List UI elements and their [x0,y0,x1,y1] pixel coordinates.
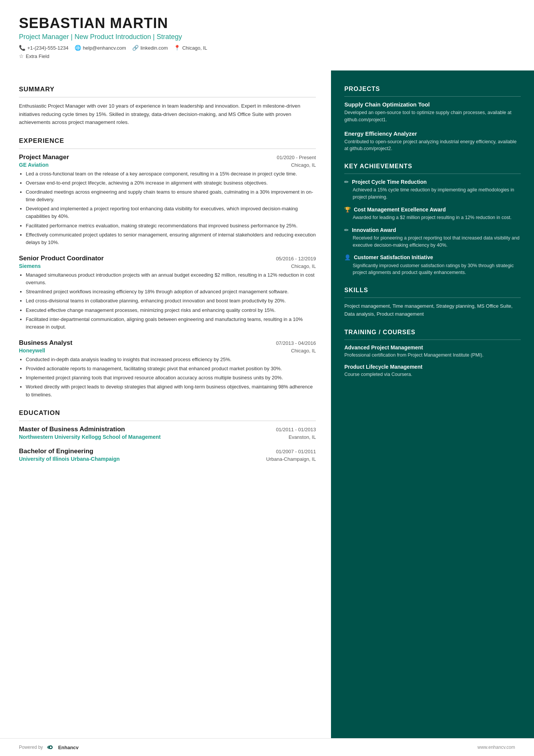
bullet: Oversaw end-to-end project lifecycle, ac… [26,179,316,187]
location-text: Chicago, IL [182,45,207,51]
bullet: Implemented project planning tools that … [26,374,316,382]
footer-website: www.enhancv.com [478,745,515,750]
bullet: Led a cross-functional team on the relea… [26,170,316,178]
edu-school-row-1: Northwestern University Kellogg School o… [19,434,316,440]
education-divider [19,421,316,421]
summary-text: Enthusiastic Project Manager with over 1… [19,102,316,127]
experience-entry-1: Project Manager 01/2020 - Present GE Avi… [19,153,316,246]
summary-divider [19,97,316,97]
skills-text: Project management, Time management, Str… [344,302,521,318]
achievement-title-3: Innovation Award [352,227,396,233]
bullet: Led cross-divisional teams in collaborat… [26,297,316,305]
experience-heading: EXPERIENCE [19,137,316,145]
achievement-title-4: Customer Satisfaction Initiative [354,254,433,261]
training-entry-2: Product Lifecycle Management Course comp… [344,364,521,378]
experience-entry-3: Business Analyst 07/2013 - 04/2016 Honey… [19,339,316,399]
email-item: 🌐 help@enhancv.com [75,45,126,51]
exp-title-row-1: Project Manager 01/2020 - Present [19,153,316,161]
exp-company-1: GE Aviation [19,162,48,168]
achievement-title-2: Cost Management Excellence Award [354,206,446,213]
bullet: Coordinated meetings across engineering … [26,188,316,203]
exp-date-1: 01/2020 - Present [277,155,316,160]
bullet: Facilitated inter-departmental communica… [26,316,316,331]
achievement-title-row-2: 🏆 Cost Management Excellence Award [344,206,521,213]
education-entry-1: Master of Business Administration 01/201… [19,426,316,440]
exp-bullets-1: Led a cross-functional team on the relea… [19,170,316,246]
summary-section: SUMMARY Enthusiastic Project Manager wit… [19,86,316,127]
achievement-icon-1: ✏ [344,179,349,185]
email-icon: 🌐 [75,45,81,51]
header: SEBASTIAN MARTIN Project Manager | New P… [0,0,534,70]
main-layout: SUMMARY Enthusiastic Project Manager wit… [0,70,534,738]
edu-degree-2: Bachelor of Engineering [19,448,93,455]
skills-section: SKILLS Project management, Time manageme… [344,287,521,318]
achievement-title-1: Project Cycle Time Reduction [352,178,426,185]
achievement-title-row-3: ✏ Innovation Award [344,227,521,233]
enhancv-brand-name: Enhancv [58,745,78,750]
achievement-desc-1: Achieved a 15% cycle time reduction by i… [344,186,521,201]
exp-company-row-1: GE Aviation Chicago, IL [19,162,316,168]
enhancv-icon [45,744,56,751]
training-title-2: Product Lifecycle Management [344,364,521,370]
bullet: Worked directly with project leads to de… [26,383,316,398]
training-entry-1: Advanced Project Management Professional… [344,344,521,359]
location-icon: 📍 [174,45,180,51]
phone-item: 📞 +1-(234)-555-1234 [19,45,69,51]
edu-school-1: Northwestern University Kellogg School o… [19,434,161,440]
footer: Powered by Enhancv www.enhancv.com [0,738,534,756]
achievement-icon-2: 🏆 [344,207,351,213]
projects-heading: PROJECTS [344,86,521,92]
edu-degree-row-1: Master of Business Administration 01/201… [19,426,316,433]
exp-title-2: Senior Product Coordinator [19,255,104,262]
project-title-1: Supply Chain Optimization Tool [344,101,521,108]
project-desc-2: Contributed to open-source project analy… [344,138,521,153]
achievement-icon-3: ✏ [344,227,349,233]
exp-bullets-3: Conducted in-depth data analysis leading… [19,356,316,399]
experience-entry-2: Senior Product Coordinator 05/2016 - 12/… [19,255,316,331]
achievement-title-row-4: 👤 Customer Satisfaction Initiative [344,254,521,261]
edu-school-2: University of Illinois Urbana-Champaign [19,456,120,462]
powered-by-label: Powered by [19,745,43,750]
footer-brand: Powered by Enhancv [19,744,79,751]
left-column: SUMMARY Enthusiastic Project Manager wit… [0,70,331,738]
training-divider [344,340,521,340]
experience-divider [19,149,316,149]
skills-divider [344,297,521,298]
training-heading: TRAINING / COURSES [344,329,521,336]
project-entry-1: Supply Chain Optimization Tool Developed… [344,101,521,124]
exp-location-2: Chicago, IL [291,263,316,269]
candidate-name: SEBASTIAN MARTIN [19,15,519,31]
exp-title-row-2: Senior Product Coordinator 05/2016 - 12/… [19,255,316,262]
skills-heading: SKILLS [344,287,521,294]
svg-point-1 [50,747,52,748]
achievement-desc-3: Received for pioneering a project report… [344,235,521,249]
star-icon: ☆ [19,53,24,59]
achievement-entry-4: 👤 Customer Satisfaction Initiative Signi… [344,254,521,276]
achievement-icon-4: 👤 [344,254,351,260]
training-desc-2: Course completed via Coursera. [344,371,521,378]
linkedin-url: linkedin.com [141,45,168,51]
training-title-1: Advanced Project Management [344,344,521,351]
exp-company-row-2: Siemens Chicago, IL [19,263,316,269]
contact-info: 📞 +1-(234)-555-1234 🌐 help@enhancv.com 🔗… [19,45,519,51]
exp-date-3: 07/2013 - 04/2016 [276,340,316,346]
linkedin-item: 🔗 linkedin.com [132,45,168,51]
exp-title-3: Business Analyst [19,339,72,347]
email-address: help@enhancv.com [83,45,126,51]
projects-section: PROJECTS Supply Chain Optimization Tool … [344,86,521,152]
achievement-title-row-1: ✏ Project Cycle Time Reduction [344,178,521,185]
education-heading: EDUCATION [19,409,316,417]
bullet: Conducted in-depth data analysis leading… [26,356,316,363]
edu-date-2: 01/2007 - 01/2011 [276,449,316,454]
training-desc-1: Professional certification from Project … [344,352,521,359]
bullet: Effectively communicated project updates… [26,231,316,246]
achievement-entry-3: ✏ Innovation Award Received for pioneeri… [344,227,521,249]
exp-location-3: Chicago, IL [291,348,316,354]
bullet: Managed simultaneous product introductio… [26,271,316,286]
exp-company-row-3: Honeywell Chicago, IL [19,347,316,354]
achievements-section: KEY ACHIEVEMENTS ✏ Project Cycle Time Re… [344,163,521,276]
projects-divider [344,96,521,97]
achievement-entry-1: ✏ Project Cycle Time Reduction Achieved … [344,178,521,201]
enhancv-logo: Enhancv [45,744,78,751]
extra-field-row: ☆ Extra Field [19,53,519,59]
